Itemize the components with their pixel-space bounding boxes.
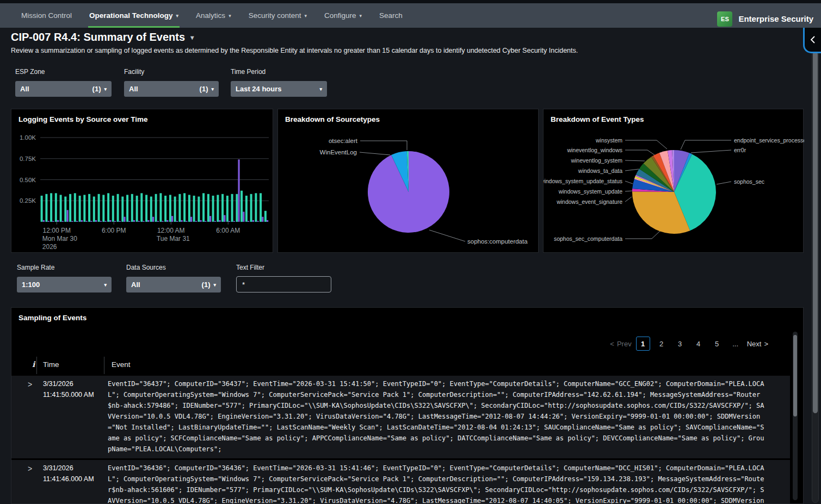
bar[interactable] [169, 195, 171, 222]
bar[interactable] [60, 195, 62, 222]
bar[interactable] [217, 195, 219, 222]
bar[interactable] [136, 196, 138, 222]
title-caret-icon[interactable]: ▾ [190, 34, 194, 41]
bar[interactable] [231, 194, 233, 222]
bar[interactable] [145, 195, 147, 222]
bar[interactable] [79, 196, 81, 222]
bar[interactable] [107, 193, 109, 222]
bar[interactable] [67, 210, 69, 222]
prev-page-button[interactable]: < Prev [610, 340, 631, 348]
events-scrollbar-thumb[interactable] [793, 335, 797, 416]
bar[interactable] [240, 191, 243, 222]
bar[interactable] [69, 194, 71, 222]
facility-dropdown[interactable]: All (1) ▾ [124, 81, 219, 97]
bar[interactable] [226, 196, 229, 222]
bar[interactable] [152, 217, 154, 222]
esp-zone-dropdown[interactable]: All (1) ▾ [15, 81, 112, 97]
nav-mission-control[interactable]: Mission Control [13, 3, 81, 28]
bar[interactable] [133, 220, 135, 222]
nav-security-content[interactable]: Security content ▾ [240, 3, 316, 28]
bar[interactable] [243, 211, 244, 222]
sample-rate-dropdown[interactable]: 1:100 ▾ [17, 277, 112, 293]
collapse-panel-button[interactable] [803, 28, 821, 53]
bar[interactable] [62, 221, 64, 222]
page-button-2[interactable]: 2 [655, 337, 669, 351]
timechart[interactable]: 0.25K0.50K0.75K1.00K12:00 PMMon Mar 3020… [11, 109, 274, 253]
page-scrollbar[interactable] [812, 29, 819, 503]
bar[interactable] [119, 221, 121, 222]
bar[interactable] [190, 217, 192, 222]
bar[interactable] [164, 196, 166, 222]
bar[interactable] [260, 193, 262, 222]
bar[interactable] [57, 220, 59, 222]
bar[interactable] [195, 221, 197, 222]
event-types-pie-chart[interactable]: winsystemwineventlog_windowswineventlog_… [544, 109, 804, 253]
bar[interactable] [200, 220, 201, 222]
table-row[interactable]: > 3/31/2026 11:41:46.000 AM EventID="364… [11, 460, 790, 504]
bar[interactable] [71, 221, 73, 222]
bar[interactable] [88, 194, 90, 222]
bar[interactable] [121, 197, 124, 222]
bar[interactable] [150, 197, 152, 222]
expand-row-icon[interactable]: > [24, 464, 35, 473]
nav-analytics[interactable]: Analytics ▾ [187, 3, 240, 28]
bar[interactable] [48, 221, 50, 222]
text-filter-input[interactable] [236, 276, 331, 293]
bar[interactable] [52, 221, 54, 222]
bar[interactable] [197, 197, 200, 222]
bar[interactable] [50, 193, 52, 222]
bar[interactable] [250, 194, 252, 222]
bar[interactable] [93, 197, 95, 222]
bar[interactable] [117, 194, 119, 222]
bar[interactable] [171, 216, 173, 222]
bar[interactable] [43, 220, 45, 222]
bar[interactable] [229, 221, 230, 222]
bar[interactable] [205, 221, 206, 222]
bar[interactable] [255, 193, 257, 222]
bar[interactable] [143, 221, 144, 222]
bar[interactable] [95, 220, 97, 222]
bar[interactable] [74, 193, 76, 222]
bar[interactable] [104, 221, 106, 222]
bar[interactable] [85, 221, 87, 222]
page-button-5[interactable]: 5 [710, 337, 724, 351]
bar[interactable] [102, 195, 104, 222]
bar[interactable] [90, 221, 92, 222]
bar[interactable] [155, 194, 157, 222]
sourcetypes-pie-chart[interactable]: otsec:alertWinEventLogsophos:computerdat… [278, 109, 539, 253]
bar[interactable] [183, 193, 186, 222]
bar[interactable] [109, 220, 111, 222]
nav-configure[interactable]: Configure ▾ [316, 3, 371, 28]
bar[interactable] [209, 216, 211, 222]
bar[interactable] [174, 197, 176, 222]
bar[interactable] [128, 221, 130, 222]
bar[interactable] [236, 194, 238, 222]
expand-row-icon[interactable]: > [24, 380, 35, 389]
bar[interactable] [131, 194, 133, 222]
bar[interactable] [126, 195, 128, 222]
bar[interactable] [114, 221, 116, 222]
data-sources-dropdown[interactable]: All (1) ▾ [126, 277, 221, 293]
bar[interactable] [212, 196, 214, 222]
bar[interactable] [98, 194, 100, 222]
next-page-button[interactable]: Next > [747, 340, 768, 348]
bar[interactable] [219, 220, 220, 222]
bar[interactable] [178, 194, 181, 222]
bar[interactable] [124, 217, 125, 222]
bar[interactable] [138, 221, 140, 222]
bar[interactable] [162, 221, 163, 222]
bar[interactable] [188, 195, 190, 222]
bar[interactable] [224, 215, 225, 222]
page-button-1[interactable]: 1 [636, 337, 650, 351]
bar[interactable] [176, 221, 178, 222]
bar[interactable] [147, 220, 149, 222]
bar[interactable] [181, 220, 182, 222]
bar[interactable] [157, 221, 159, 222]
bar[interactable] [221, 194, 224, 222]
bar[interactable] [233, 221, 235, 222]
bar[interactable] [76, 221, 78, 222]
events-scrollbar[interactable] [793, 332, 798, 500]
bar[interactable] [262, 217, 263, 222]
page-button-3[interactable]: 3 [673, 337, 687, 351]
bar[interactable] [264, 211, 267, 222]
